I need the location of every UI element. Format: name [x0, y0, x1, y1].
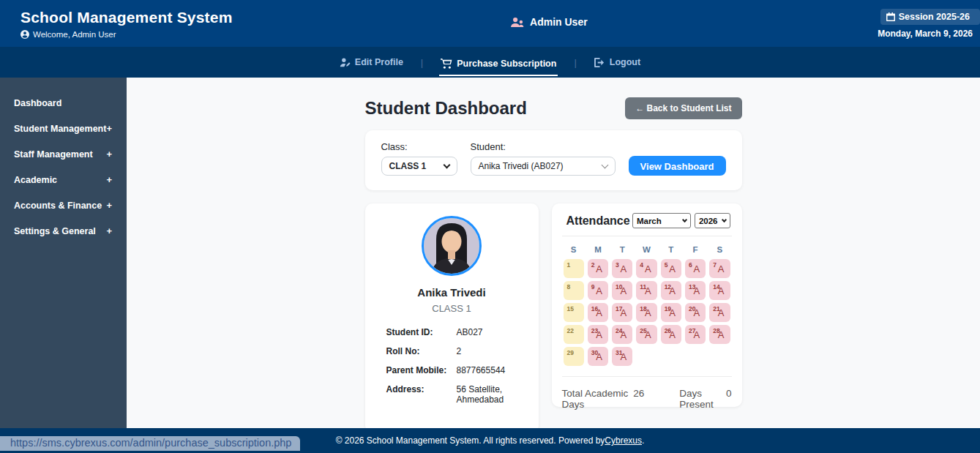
calendar-day-cell[interactable]: 4A: [636, 259, 657, 278]
calendar-day-cell[interactable]: 22: [564, 325, 584, 344]
sidebar-item-label: Dashboard: [14, 98, 61, 108]
student-select[interactable]: Anika Trivedi (AB027): [471, 157, 616, 176]
absent-mark: A: [693, 329, 700, 340]
view-dashboard-button[interactable]: View Dashboard: [629, 156, 726, 176]
users-icon: [510, 17, 524, 28]
attendance-calendar: SMTWTFS12A3A4A5A6A7A89A10A11A12A13A14A15…: [562, 245, 732, 366]
calendar-icon: [886, 12, 895, 21]
calendar-day-cell[interactable]: 3A: [612, 259, 632, 278]
absent-mark: A: [669, 285, 676, 296]
calendar-day-cell[interactable]: 15: [564, 303, 584, 322]
detail-label: Parent Mobile:: [386, 365, 457, 375]
student-detail-row: Parent Mobile:8877665544: [386, 365, 539, 375]
year-select-value: 2026: [699, 217, 718, 225]
calendar-day-cell[interactable]: 2A: [588, 259, 608, 278]
calendar-day-cell[interactable]: 1: [564, 259, 584, 278]
class-select-group: Class: CLASS 1: [381, 141, 457, 176]
nav-item-logout[interactable]: Logout: [593, 54, 642, 70]
app-window: School Management System Welcome, Admin …: [0, 0, 980, 453]
detail-label: Address:: [386, 384, 457, 405]
absent-mark: A: [669, 307, 676, 318]
sidebar-item-academic[interactable]: Academic+: [0, 167, 127, 192]
calendar-day-cell[interactable]: 28A: [709, 325, 730, 344]
sidebar-item-settings-general[interactable]: Settings & General+: [0, 218, 127, 244]
nav-item-label: Edit Profile: [355, 57, 403, 67]
absent-mark: A: [645, 263, 651, 274]
calendar-day-cell[interactable]: 30A: [588, 347, 608, 366]
cart-icon: [441, 59, 452, 69]
calendar-day-cell[interactable]: 7A: [709, 259, 730, 278]
year-select[interactable]: 2026: [695, 213, 730, 228]
calendar-day-cell[interactable]: 26A: [661, 325, 681, 344]
calendar-day-cell[interactable]: 20A: [685, 303, 706, 322]
calendar-day-cell[interactable]: 25A: [636, 325, 657, 344]
top-header: School Management System Welcome, Admin …: [0, 0, 980, 47]
calendar-day-cell[interactable]: 18A: [636, 303, 657, 322]
page-title: Student Dashboard: [365, 98, 527, 119]
calendar-day-cell[interactable]: 6A: [685, 259, 706, 278]
app-title: School Management System: [20, 9, 233, 26]
class-select-value: CLASS 1: [389, 161, 427, 171]
calendar-day-header: M: [588, 245, 608, 256]
calendar-day-cell[interactable]: 17A: [612, 303, 632, 322]
calendar-day-header: S: [564, 245, 584, 256]
back-to-student-list-button[interactable]: ← Back to Student List: [625, 97, 741, 119]
student-detail-row: Student ID:AB027: [386, 327, 539, 337]
sidebar-item-accounts-finance[interactable]: Accounts & Finance+: [0, 192, 127, 218]
calendar-day-cell[interactable]: 21A: [709, 303, 730, 322]
calendar-day-number: 22: [567, 327, 574, 334]
session-badge-label: Session 2025-26: [899, 12, 970, 22]
calendar-day-cell[interactable]: 24A: [612, 325, 632, 344]
calendar-day-cell[interactable]: 27A: [685, 325, 706, 344]
class-select[interactable]: CLASS 1: [381, 157, 457, 176]
student-filter-card: Class: CLASS 1 Student: Anika Trivedi (A…: [365, 130, 742, 190]
student-profile-card: Anika Trivedi CLASS 1 Student ID:AB027Ro…: [365, 203, 539, 428]
nav-item-edit-profile[interactable]: Edit Profile: [338, 54, 405, 70]
calendar-day-cell[interactable]: 8: [564, 281, 584, 300]
sidebar-item-staff-management[interactable]: Staff Management+: [0, 141, 127, 167]
student-detail-row: Roll No:2: [386, 346, 539, 356]
user-edit-icon: [340, 58, 351, 67]
calendar-day-cell[interactable]: 31A: [612, 347, 632, 366]
nav-item-label: Logout: [610, 57, 640, 67]
sidebar-nav: DashboardStudent Management+Staff Manage…: [0, 78, 127, 428]
student-class: CLASS 1: [365, 303, 539, 314]
nav-item-purchase-subscription[interactable]: Purchase Subscription: [439, 56, 558, 76]
calendar-day-cell[interactable]: 5A: [661, 259, 681, 278]
student-select-group: Student: Anika Trivedi (AB027): [471, 141, 616, 176]
calendar-day-cell[interactable]: 16A: [588, 303, 608, 322]
calendar-day-cell[interactable]: 23A: [588, 325, 608, 344]
calendar-day-number: 1: [567, 261, 571, 269]
calendar-day-cell[interactable]: 29: [564, 347, 584, 366]
sidebar-item-dashboard[interactable]: Dashboard: [0, 91, 127, 116]
attendance-card: Attendance March 2026: [552, 203, 742, 407]
calendar-day-header: W: [636, 245, 657, 256]
calendar-day-cell[interactable]: 9A: [588, 281, 608, 300]
attendance-summary: Total Academic Days26Days Present0: [562, 376, 732, 421]
nav-separator: |: [421, 57, 423, 68]
absent-mark: A: [621, 351, 627, 362]
sidebar-item-student-management[interactable]: Student Management+: [0, 116, 127, 141]
chevron-down-icon: [682, 217, 687, 222]
month-select[interactable]: March: [632, 213, 691, 228]
calendar-day-cell[interactable]: 13A: [685, 281, 706, 300]
calendar-day-cell[interactable]: 11A: [636, 281, 657, 300]
absent-mark: A: [645, 329, 651, 340]
absent-mark: A: [693, 307, 700, 318]
calendar-day-cell[interactable]: 19A: [661, 303, 681, 322]
calendar-day-number: 5: [665, 261, 668, 269]
absent-mark: A: [596, 285, 602, 296]
current-date: Monday, March 9, 2026: [878, 29, 974, 39]
calendar-day-cell[interactable]: 12A: [661, 281, 681, 300]
detail-value: AB027: [457, 327, 483, 337]
account-menubar: Edit Profile|Purchase Subscription|Logou…: [0, 47, 980, 78]
calendar-day-cell[interactable]: 14A: [709, 281, 730, 300]
absent-mark: A: [669, 263, 676, 274]
chevron-down-icon: [721, 217, 726, 222]
detail-label: Student ID:: [386, 327, 457, 337]
student-select-value: Anika Trivedi (AB027): [479, 161, 564, 171]
footer-cybrexus-link[interactable]: Cybrexus: [605, 435, 642, 446]
calendar-day-cell[interactable]: 10A: [612, 281, 632, 300]
session-badge[interactable]: Session 2025-26: [880, 9, 980, 25]
calendar-day-header: F: [685, 245, 706, 256]
